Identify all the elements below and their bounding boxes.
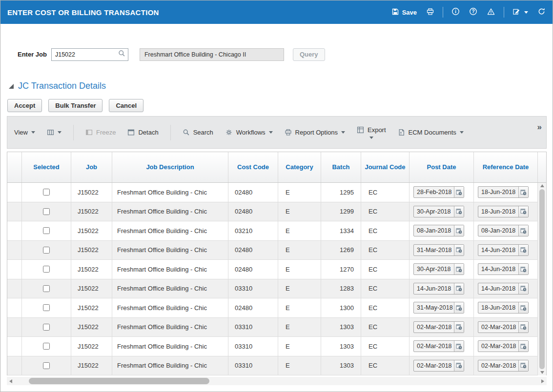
calendar-picker-icon[interactable]	[518, 206, 528, 217]
calendar-picker-icon[interactable]	[454, 322, 464, 333]
job-input[interactable]	[55, 51, 118, 58]
row-handle[interactable]	[7, 183, 22, 202]
header-cost-code[interactable]: Cost Code	[228, 152, 278, 182]
save-button[interactable]: Save	[390, 7, 418, 18]
calendar-picker-icon[interactable]	[454, 225, 464, 236]
reference-date-input[interactable]: 08-Jan-2018	[478, 225, 529, 236]
table-row[interactable]: J15022Freshmart Office Building - Chic02…	[7, 241, 538, 260]
post-date-input[interactable]: 28-Feb-2018	[413, 186, 464, 198]
row-handle[interactable]	[7, 279, 22, 298]
calendar-picker-icon[interactable]	[518, 187, 528, 197]
view-menu[interactable]: View	[14, 129, 35, 136]
post-date-input[interactable]: 31-May-2018	[413, 302, 464, 314]
row-handle[interactable]	[7, 356, 22, 375]
calendar-picker-icon[interactable]	[454, 341, 464, 352]
row-checkbox[interactable]	[43, 285, 50, 292]
info-button[interactable]	[451, 6, 461, 18]
reference-date-input[interactable]: 02-Mar-2018	[478, 340, 529, 352]
refresh-button[interactable]	[536, 6, 547, 18]
post-date-input[interactable]: 02-Mar-2018	[413, 340, 464, 352]
calendar-picker-icon[interactable]	[518, 283, 528, 294]
post-date-input[interactable]: 31-Mar-2018	[413, 244, 464, 256]
calendar-picker-icon[interactable]	[518, 302, 528, 313]
report-options-menu[interactable]: Report Options	[285, 129, 345, 136]
calendar-picker-icon[interactable]	[518, 245, 528, 255]
row-checkbox[interactable]	[43, 266, 50, 273]
post-date-input[interactable]: 08-Jan-2018	[413, 225, 464, 236]
toolbar-overflow-button[interactable]: »	[537, 122, 542, 132]
search-icon[interactable]	[118, 50, 125, 59]
calendar-picker-icon[interactable]	[518, 360, 528, 371]
calendar-picker-icon[interactable]	[454, 302, 464, 313]
row-handle[interactable]	[7, 260, 22, 279]
query-button[interactable]: Query	[293, 48, 325, 61]
header-job[interactable]: Job	[71, 152, 112, 182]
reference-date-input[interactable]: 02-Mar-2018	[478, 321, 529, 333]
row-handle[interactable]	[7, 202, 22, 221]
post-date-input[interactable]: 02-Mar-2018	[413, 321, 464, 333]
calendar-picker-icon[interactable]	[518, 225, 528, 236]
table-row[interactable]: J15022Freshmart Office Building - Chic02…	[7, 183, 538, 202]
header-batch[interactable]: Batch	[321, 152, 361, 182]
post-date-input[interactable]: 30-Apr-2018	[413, 206, 464, 217]
calendar-picker-icon[interactable]	[518, 322, 528, 333]
row-handle[interactable]	[7, 221, 22, 240]
horizontal-scrollbar[interactable]	[7, 377, 547, 385]
calendar-picker-icon[interactable]	[518, 341, 528, 352]
ecm-documents-menu[interactable]: ECM Documents	[398, 129, 464, 136]
warnings-button[interactable]	[486, 7, 496, 18]
search-button[interactable]: Search	[183, 129, 213, 136]
row-checkbox[interactable]	[43, 189, 50, 196]
calendar-picker-icon[interactable]	[454, 283, 464, 294]
collapse-section-icon[interactable]	[9, 84, 14, 89]
export-menu[interactable]: Export	[357, 126, 386, 139]
scroll-left-arrow[interactable]	[9, 379, 12, 383]
scroll-down-arrow[interactable]	[540, 371, 544, 374]
reference-date-input[interactable]: 18-Jun-2018	[478, 186, 529, 198]
row-handle[interactable]	[7, 337, 22, 356]
row-handle[interactable]	[7, 318, 22, 337]
post-date-input[interactable]: 02-Mar-2018	[413, 360, 464, 372]
vertical-scroll-thumb[interactable]	[539, 189, 545, 369]
reference-date-input[interactable]: 18-Jun-2018	[478, 206, 529, 217]
reference-date-input[interactable]: 14-Jun-2018	[478, 283, 529, 294]
horizontal-scroll-track[interactable]	[14, 378, 539, 384]
post-date-input[interactable]: 30-Apr-2018	[413, 263, 464, 275]
row-checkbox[interactable]	[43, 343, 50, 350]
reference-date-input[interactable]: 02-Mar-2018	[478, 360, 529, 372]
row-checkbox[interactable]	[43, 227, 50, 234]
bulk-transfer-button[interactable]: Bulk Transfer	[48, 99, 102, 112]
calendar-picker-icon[interactable]	[454, 206, 464, 217]
header-job-description[interactable]: Job Description	[112, 152, 228, 182]
workflows-menu[interactable]: Workflows	[225, 129, 273, 136]
help-button[interactable]: ?	[468, 6, 478, 18]
header-post-date[interactable]: Post Date	[410, 152, 474, 182]
table-row[interactable]: J15022Freshmart Office Building - Chic03…	[7, 318, 538, 337]
table-row[interactable]: J15022Freshmart Office Building - Chic03…	[7, 221, 538, 241]
calendar-picker-icon[interactable]	[454, 264, 464, 274]
header-selected[interactable]: Selected	[22, 152, 71, 182]
reference-date-input[interactable]: 14-Jun-2018	[478, 263, 529, 275]
accept-button[interactable]: Accept	[7, 99, 42, 112]
calendar-picker-icon[interactable]	[454, 360, 464, 371]
header-journal-code[interactable]: Journal Code	[361, 152, 410, 182]
reference-date-input[interactable]: 14-Jun-2018	[478, 244, 529, 256]
row-checkbox[interactable]	[43, 247, 50, 254]
print-button[interactable]	[425, 7, 435, 18]
vertical-scrollbar[interactable]	[538, 183, 546, 375]
table-row[interactable]: J15022Freshmart Office Building - Chic03…	[7, 337, 538, 356]
row-checkbox[interactable]	[43, 362, 50, 369]
table-row[interactable]: J15022Freshmart Office Building - Chic02…	[7, 260, 538, 279]
horizontal-scroll-thumb[interactable]	[29, 378, 209, 384]
table-row[interactable]: J15022Freshmart Office Building - Chic02…	[7, 298, 538, 318]
scroll-up-arrow[interactable]	[540, 184, 544, 187]
header-category[interactable]: Category	[278, 152, 321, 182]
detach-button[interactable]: Detach	[127, 129, 158, 136]
format-button[interactable]	[47, 129, 61, 136]
table-row[interactable]: J15022Freshmart Office Building - Chic03…	[7, 279, 538, 299]
cancel-button[interactable]: Cancel	[109, 99, 143, 112]
table-row[interactable]: J15022Freshmart Office Building - Chic03…	[7, 356, 538, 376]
calendar-picker-icon[interactable]	[454, 187, 464, 197]
calendar-picker-icon[interactable]	[454, 245, 464, 255]
scroll-right-arrow[interactable]	[541, 379, 544, 383]
